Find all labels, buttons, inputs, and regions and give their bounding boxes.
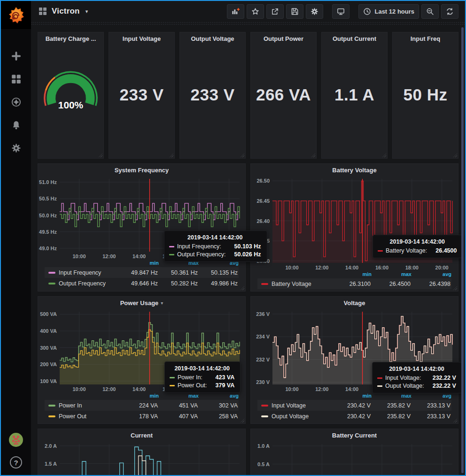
chart-plot[interactable]: 1.0 A0.5 A0 A-0.5 A10:0012:0014:0016:001… — [251, 441, 458, 475]
svg-text:500 VA: 500 VA — [40, 311, 57, 317]
chart-panel-battery-voltage: Battery Voltage26.5026.4526.4026.3526.30… — [250, 163, 458, 292]
panel-resize-handle[interactable] — [170, 154, 173, 157]
sidebar-item-explore[interactable] — [11, 98, 21, 108]
zoom-out-time-range-button[interactable] — [421, 4, 439, 19]
tooltip-series-name: Output Frequency: — [177, 251, 226, 258]
share-dashboard-button[interactable] — [266, 4, 284, 19]
svg-text:400 VA: 400 VA — [40, 328, 57, 334]
svg-text:230 V: 230 V — [256, 379, 270, 385]
tooltip-timestamp: 2019-03-14 14:42:00 — [170, 365, 234, 372]
chart-plot[interactable]: 2.0 A1.5 A1.0 A0.5 A10:0012:0014:0016:00… — [38, 441, 245, 475]
panel-title[interactable]: Output Current — [333, 35, 376, 42]
sidebar-item-configuration[interactable] — [11, 144, 21, 154]
stat-value: 50 Hz — [393, 85, 458, 104]
series-color-swatch — [169, 246, 174, 247]
svg-text:26.40: 26.40 — [256, 218, 270, 224]
legend-header-max[interactable]: max — [159, 393, 199, 400]
time-range-picker-button[interactable]: Last 12 hours — [358, 4, 419, 19]
legend-header-max[interactable]: max — [372, 271, 412, 278]
panel-resize-handle[interactable] — [99, 154, 102, 157]
legend-header-avg[interactable]: avg — [412, 393, 451, 400]
stat-panel-2: Output Voltage233 V — [179, 32, 246, 159]
series-name[interactable]: Input Voltage — [272, 402, 331, 409]
panel-resize-handle[interactable] — [382, 154, 386, 157]
series-color-swatch — [48, 415, 55, 417]
add-panel-button[interactable] — [227, 4, 244, 19]
tooltip-series-value: 50.026 Hz — [226, 251, 261, 258]
legend-header-min[interactable]: min — [332, 271, 372, 278]
panel-title[interactable]: Battery Voltage — [332, 167, 376, 174]
series-name[interactable]: Ouput Voltage — [272, 413, 331, 420]
panel-title[interactable]: Output Power — [264, 35, 303, 42]
stat-value: 233 V — [109, 85, 174, 104]
legend-row: Ouput Voltage230.42 V235.82 V233.13 V — [257, 411, 451, 422]
panel-resize-handle[interactable] — [311, 154, 315, 157]
grafana-logo[interactable] — [1, 1, 31, 29]
panel-title[interactable]: System Frequency — [115, 167, 169, 174]
series-name[interactable]: Power In — [59, 402, 118, 409]
legend-row: Battery Voltage26.310026.450026.4398 — [257, 278, 451, 289]
panel-title[interactable]: Input Voltage — [123, 35, 161, 42]
chart-panel-battery-current: Battery Current1.0 A0.5 A0 A-0.5 A10:001… — [250, 429, 458, 475]
series-name[interactable]: Battery Voltage — [272, 281, 331, 287]
panel-title[interactable]: Output Voltage — [191, 35, 234, 42]
series-color-swatch — [170, 385, 175, 386]
tooltip-series-row: Battery Voltage:26.4500 — [378, 247, 457, 254]
legend-row: Power In224 VA451 VA302 VA — [45, 400, 239, 411]
panel-header: Battery Charge ... — [38, 32, 103, 45]
legend-header-avg[interactable]: avg — [412, 271, 451, 278]
dashboard-settings-button[interactable] — [306, 4, 323, 19]
panel-resize-handle[interactable] — [241, 154, 244, 157]
chart-panel-power-usage: Power Usage▾500 VA400 VA300 VA200 VA100 … — [38, 296, 246, 424]
panel-title[interactable]: Current — [131, 432, 153, 439]
cycle-view-mode-button[interactable] — [332, 4, 350, 19]
svg-text:18:00: 18:00 — [405, 265, 419, 270]
chevron-down-icon[interactable]: ▾ — [85, 8, 88, 15]
panel-title[interactable]: Battery Charge ... — [46, 35, 96, 42]
help-icon[interactable]: ? — [10, 456, 22, 468]
dashboard-title[interactable]: Victron — [52, 7, 80, 16]
vertical-scrollbar[interactable] — [461, 27, 464, 473]
panel-header: Current — [38, 429, 245, 441]
legend-header-min[interactable]: min — [119, 393, 159, 400]
gear-icon — [11, 143, 21, 155]
legend-header-min[interactable]: min — [119, 260, 159, 267]
legend-header-min[interactable]: min — [332, 393, 372, 400]
series-stat-value: 50.361 Hz — [158, 269, 198, 276]
legend-header-avg[interactable]: avg — [199, 393, 239, 400]
grid-icon — [11, 74, 21, 86]
series-name[interactable]: Output Frequency — [59, 280, 118, 287]
panel-header: Battery Voltage — [251, 164, 458, 176]
svg-text:26.50: 26.50 — [256, 178, 270, 184]
series-name[interactable]: Power Out — [59, 413, 118, 420]
panel-title[interactable]: Input Freq — [411, 35, 441, 42]
svg-text:236 V: 236 V — [256, 311, 270, 317]
monitor-icon — [337, 8, 345, 15]
svg-text:14:00: 14:00 — [345, 386, 358, 392]
save-dashboard-button[interactable] — [286, 4, 303, 19]
tooltip-series-name: Ouput Voltage: — [385, 383, 424, 389]
refresh-dashboard-button[interactable] — [441, 4, 458, 19]
panel-title[interactable]: Power Usage — [120, 299, 159, 307]
stat-panel-1: Input Voltage233 V — [109, 32, 175, 159]
series-name[interactable]: Input Frequency — [59, 269, 118, 276]
share-icon — [271, 8, 279, 15]
panel-resize-handle[interactable] — [453, 154, 457, 157]
legend-header-max[interactable]: max — [372, 393, 412, 400]
svg-text:14:00: 14:00 — [132, 386, 146, 392]
chart-legend: minmaxavgPower In224 VA451 VA302 VAPower… — [38, 393, 245, 423]
series-color-swatch — [377, 377, 382, 379]
series-stat-value: 233.13 V — [411, 413, 450, 420]
tooltip-series-name: Power Out: — [178, 382, 207, 389]
user-avatar[interactable] — [9, 433, 23, 449]
panel-title[interactable]: Battery Current — [332, 432, 377, 439]
dashboard-grid-icon — [39, 7, 47, 15]
chart-tooltip: 2019-03-14 14:42:00Input Voltage:232.22 … — [372, 362, 462, 393]
sidebar-item-alerting[interactable] — [11, 121, 21, 131]
sidebar-item-dashboards[interactable] — [11, 75, 21, 85]
mark-favorite-button[interactable] — [247, 4, 264, 19]
sidebar-item-create[interactable] — [11, 52, 21, 62]
svg-text:10:00: 10:00 — [72, 253, 85, 259]
panel-menu-caret-icon[interactable]: ▾ — [161, 300, 163, 306]
panel-title[interactable]: Voltage — [344, 299, 365, 307]
